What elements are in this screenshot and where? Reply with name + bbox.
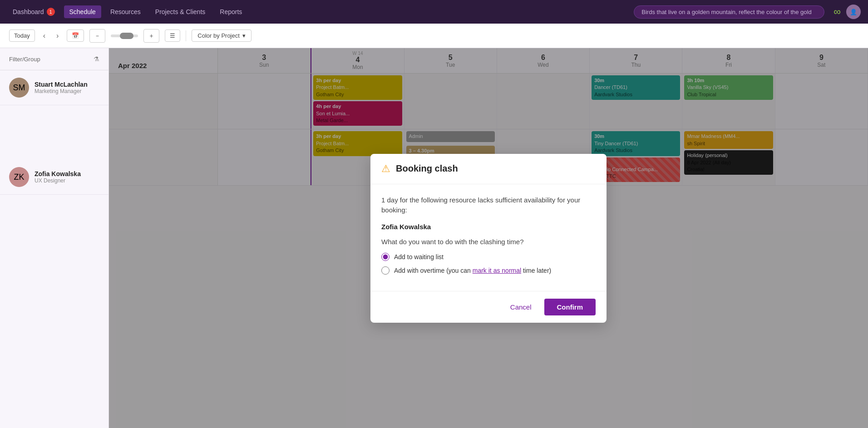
nav-item-projects-clients[interactable]: Projects & Clients (150, 5, 211, 18)
nav-label-resources: Resources (110, 8, 141, 15)
radio-overtime[interactable] (381, 266, 390, 275)
person-role-stuart: Marketing Manager (35, 88, 88, 94)
person-info-zofia: Zofia Kowalska UX Designer (35, 170, 81, 184)
warning-icon: ⚠ (381, 163, 390, 175)
nav-badge-dashboard: 1 (47, 8, 55, 16)
modal-description: 1 day for the following resource lacks s… (381, 195, 596, 216)
person-name-zofia: Zofia Kowalska (35, 170, 81, 177)
list-view-button[interactable]: ☰ (165, 30, 180, 42)
stuart-spacer (0, 105, 108, 160)
color-by-label: Color by Project (197, 32, 239, 39)
modal-overlay: ⚠ Booking clash 1 day for the following … (109, 48, 868, 428)
main-layout: Filter/Group ⚗ SM Stuart McLachlan Marke… (0, 48, 868, 428)
nav-label-dashboard: Dashboard (13, 8, 44, 15)
radio-waiting[interactable] (381, 253, 390, 261)
nav-label-projects-clients: Projects & Clients (155, 8, 205, 15)
infinity-icon[interactable]: ∞ (833, 6, 841, 18)
today-button[interactable]: Today (9, 30, 35, 42)
person-role-zofia: UX Designer (35, 177, 81, 184)
nav-item-schedule[interactable]: Schedule (64, 5, 101, 18)
modal-question: What do you want to do with the clashing… (381, 238, 596, 246)
person-row-stuart: SM Stuart McLachlan Marketing Manager (0, 70, 108, 105)
radio-option-waiting[interactable]: Add to waiting list (381, 253, 596, 261)
zoom-slider[interactable] (111, 34, 138, 37)
nav-item-dashboard[interactable]: Dashboard 1 (7, 5, 60, 19)
sidebar: Filter/Group ⚗ SM Stuart McLachlan Marke… (0, 48, 109, 428)
avatar-stuart: SM (9, 78, 29, 98)
nav-icons: ∞ 👤 (833, 5, 861, 19)
nav-item-reports[interactable]: Reports (214, 5, 247, 18)
modal-title: Booking clash (396, 163, 458, 174)
zoom-out-button[interactable]: － (89, 29, 105, 43)
global-search-bar[interactable]: Birds that live on a golden mountain, re… (634, 5, 824, 19)
booking-clash-modal: ⚠ Booking clash 1 day for the following … (370, 154, 607, 323)
cancel-button[interactable]: Cancel (503, 299, 539, 315)
top-navigation: Dashboard 1 Schedule Resources Projects … (0, 0, 868, 24)
nav-item-resources[interactable]: Resources (105, 5, 146, 18)
avatar-zofia: ZK (9, 167, 29, 187)
modal-header: ⚠ Booking clash (370, 154, 607, 184)
user-avatar[interactable]: 👤 (846, 5, 861, 19)
modal-footer: Cancel Confirm (370, 291, 607, 323)
radio-label-waiting: Add to waiting list (394, 253, 444, 261)
modal-person-name: Zofia Kowalska (381, 223, 596, 231)
nav-label-reports: Reports (220, 8, 242, 15)
modal-body: 1 day for the following resource lacks s… (370, 184, 607, 291)
filter-row: Filter/Group ⚗ (0, 48, 108, 70)
confirm-button[interactable]: Confirm (544, 299, 596, 315)
color-by-button[interactable]: Color by Project ▾ (192, 30, 251, 42)
mark-normal-link[interactable]: mark it as normal (473, 267, 521, 274)
nav-label-schedule: Schedule (69, 8, 96, 15)
next-button[interactable]: › (54, 30, 61, 42)
radio-option-overtime[interactable]: Add with overtime (you can mark it as no… (381, 266, 596, 275)
calendar-area: Apr 2022 3 Sun W 14 4 Mon 5 Tue 6 (109, 48, 868, 428)
person-info-stuart: Stuart McLachlan Marketing Manager (35, 81, 88, 94)
prev-button[interactable]: ‹ (40, 30, 48, 42)
person-row-zofia: ZK Zofia Kowalska UX Designer (0, 160, 108, 195)
radio-label-overtime: Add with overtime (you can mark it as no… (394, 267, 551, 274)
filter-icon[interactable]: ⚗ (94, 55, 99, 63)
chevron-down-icon: ▾ (242, 32, 246, 39)
calendar-view-button[interactable]: 📅 (67, 30, 84, 42)
filter-label: Filter/Group (9, 56, 40, 63)
toolbar-divider (186, 30, 186, 41)
person-name-stuart: Stuart McLachlan (35, 81, 88, 88)
toolbar: Today ‹ › 📅 － ＋ ☰ Color by Project ▾ (0, 24, 868, 48)
zoom-in-button[interactable]: ＋ (143, 29, 159, 43)
